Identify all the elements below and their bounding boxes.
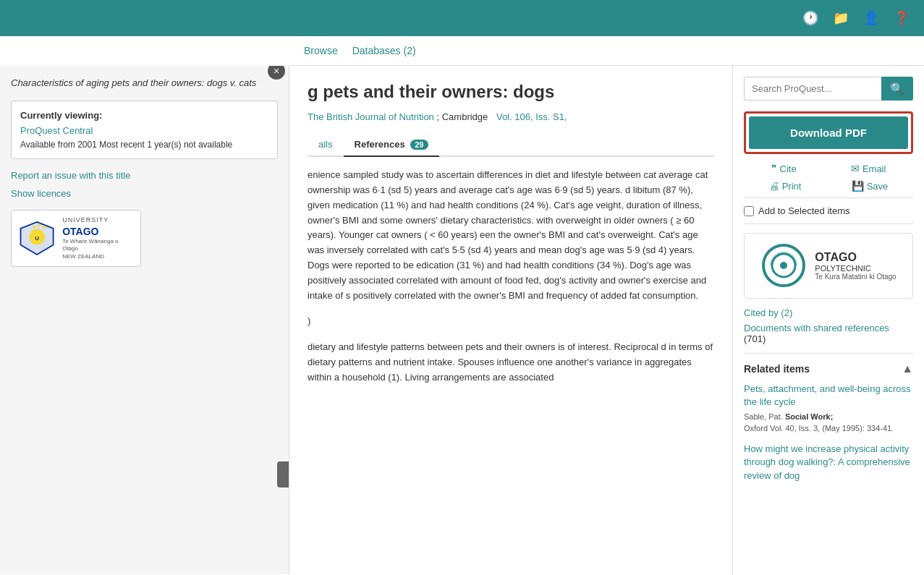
article-journal: The British Journal of Nutrition ; Cambr…: [308, 111, 714, 122]
related-item-1-meta: Sable, Pat. Social Work; Oxford Vol. 40,…: [744, 412, 913, 434]
add-to-selected-label: Add to Selected items: [758, 205, 849, 216]
right-panel: 🔍 Download PDF ❞ Cite ✉ Email 🖨 Print �: [732, 66, 924, 574]
folder-icon[interactable]: 📁: [833, 10, 849, 26]
download-pdf-button[interactable]: Download PDF: [749, 116, 908, 149]
download-pdf-wrapper: Download PDF: [744, 111, 913, 154]
close-button[interactable]: ×: [268, 66, 285, 80]
left-panel: × Characteristics of aging pets and thei…: [0, 66, 289, 574]
article-title: g pets and their owners: dogs: [308, 80, 714, 103]
save-link[interactable]: 💾 Save: [852, 180, 889, 192]
email-icon: ✉: [851, 163, 860, 174]
search-input[interactable]: [744, 77, 881, 101]
search-button[interactable]: 🔍: [881, 77, 913, 101]
user-icon[interactable]: 👤: [863, 10, 879, 26]
main-layout: × Characteristics of aging pets and thei…: [0, 66, 924, 574]
panel-title: Characteristics of aging pets and their …: [11, 77, 278, 90]
cite-link[interactable]: ❞ Cite: [771, 163, 797, 174]
help-icon[interactable]: ❓: [894, 10, 910, 26]
svg-text:★: ★: [37, 221, 41, 228]
university-text: UNIVERSITY OTAGO Te Whare Wānanga o Otāg…: [62, 216, 135, 260]
university-logo: U ★ ★ ★ UNIVERSITY OTAGO Te Whare Wānang…: [11, 210, 141, 267]
main-content: g pets and their owners: dogs The Britis…: [289, 66, 732, 574]
related-items-collapse-icon[interactable]: ▲: [902, 362, 913, 375]
svg-text:U: U: [35, 235, 39, 242]
divider: [744, 353, 913, 354]
report-issue-link[interactable]: Report an issue with this title: [11, 170, 278, 181]
journal-link[interactable]: The British Journal of Nutrition: [308, 111, 434, 122]
email-link[interactable]: ✉ Email: [851, 163, 886, 174]
cite-label: Cite: [780, 163, 797, 174]
breadcrumb: Browse Databases (2): [289, 36, 924, 66]
otago-text: OTAGO POLYTECHNIC Te Kura Matatini ki Ot…: [815, 251, 896, 281]
article-paragraph-1: enience sampled study was to ascertain d…: [308, 168, 714, 303]
action-row-2: 🖨 Print 💾 Save: [744, 180, 913, 192]
proquest-central-link[interactable]: ProQuest Central: [20, 125, 268, 136]
tab-references[interactable]: References 29: [344, 133, 439, 157]
cited-by: Cited by (2): [744, 307, 913, 318]
related-items-title: Related items: [744, 363, 810, 375]
references-badge: 29: [410, 140, 428, 150]
shared-references: Documents with shared references (701): [744, 323, 913, 344]
add-to-selected-checkbox[interactable]: [744, 206, 754, 216]
currently-viewing-label: Currently viewing:: [20, 110, 268, 121]
print-link[interactable]: 🖨 Print: [769, 180, 802, 192]
shared-references-link[interactable]: Documents with shared references: [744, 323, 889, 333]
search-bar: 🔍: [744, 77, 913, 101]
history-icon[interactable]: 🕐: [802, 10, 818, 26]
university-logo-svg: U ★ ★ ★: [17, 218, 56, 258]
tab-details[interactable]: ails: [308, 133, 344, 156]
save-icon: 💾: [852, 180, 864, 192]
cite-icon: ❞: [771, 163, 777, 174]
otago-logo-svg: [760, 242, 815, 289]
related-item-1: Pets, attachment, and well-being across …: [744, 383, 913, 434]
related-item-1-link[interactable]: Pets, attachment, and well-being across …: [744, 383, 913, 409]
add-to-selected-container: Add to Selected items: [744, 197, 913, 224]
related-items-header: Related items ▲: [744, 362, 913, 375]
email-label: Email: [862, 163, 886, 174]
breadcrumb-browse[interactable]: Browse: [304, 45, 338, 56]
top-navigation: 🕐 📁 👤 ❓: [0, 0, 924, 36]
svg-text:★: ★: [42, 223, 46, 230]
article-paragraph-3: dietary and lifestyle patterns between p…: [308, 340, 714, 385]
related-item-2: How might we increase physical activity …: [744, 443, 913, 482]
article-paragraph-2: ): [308, 314, 714, 329]
action-row-1: ❞ Cite ✉ Email: [744, 163, 913, 174]
collapse-panel-button[interactable]: ‹: [277, 461, 289, 487]
availability-text: Available from 2001 Most recent 1 year(s…: [20, 140, 268, 150]
svg-point-9: [780, 262, 787, 269]
related-item-2-link[interactable]: How might we increase physical activity …: [744, 443, 913, 482]
currently-viewing-box: Currently viewing: ProQuest Central Avai…: [11, 101, 278, 159]
cited-by-link[interactable]: Cited by (2): [744, 307, 792, 318]
article-tabs: ails References 29: [308, 133, 714, 157]
save-label: Save: [867, 181, 889, 192]
svg-text:★: ★: [32, 223, 36, 230]
print-icon: 🖨: [769, 180, 779, 192]
otago-logo-box: OTAGO POLYTECHNIC Te Kura Matatini ki Ot…: [744, 233, 913, 299]
breadcrumb-databases[interactable]: Databases (2): [352, 45, 416, 56]
print-label: Print: [782, 181, 802, 192]
show-licences-link[interactable]: Show licences: [11, 188, 278, 199]
